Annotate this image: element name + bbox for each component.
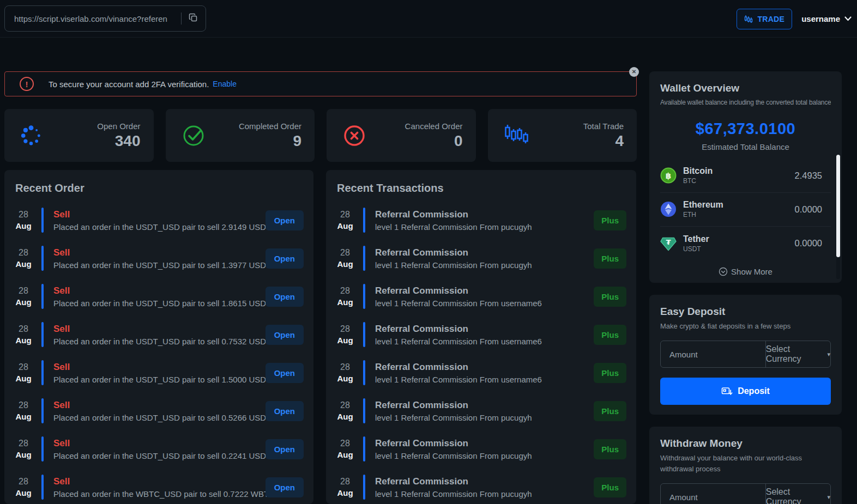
coin-row-tether[interactable]: ₮ Tether USDT 0.0000: [660, 227, 831, 260]
accent-bar: [363, 208, 365, 233]
transaction-row: 28 Aug Referral Commission level 1 Refer…: [336, 472, 626, 502]
candlestick-icon: [503, 123, 530, 149]
transaction-description: level 1 Referral Commission From pucugyh: [375, 413, 588, 422]
wallet-scrollbar[interactable]: [836, 155, 840, 279]
transaction-date: 28 Aug: [336, 362, 354, 383]
trade-button-label: TRADE: [757, 15, 784, 23]
transaction-month: Aug: [336, 336, 354, 345]
deposit-button[interactable]: Deposit: [660, 378, 831, 405]
wallet-subtitle: Available wallet balance including the c…: [660, 98, 831, 108]
copy-button[interactable]: [188, 12, 199, 25]
close-icon[interactable]: ✕: [629, 67, 639, 77]
withdraw-currency-label: Select Currency: [766, 487, 823, 504]
order-month: Aug: [14, 488, 33, 497]
order-day: 28: [14, 210, 33, 220]
order-description: Placed an order in the USDT_USD pair to …: [53, 413, 260, 422]
withdraw-currency-dropdown[interactable]: Select Currency ▾: [765, 484, 830, 504]
transaction-date: 28 Aug: [336, 210, 354, 230]
transaction-plus-badge: Plus: [594, 439, 626, 459]
order-description: Placed an order in the USDT_USD pair to …: [53, 451, 260, 460]
stat-label: Open Order: [97, 122, 140, 131]
stat-card-canceled-order: Canceled Order 0: [327, 109, 476, 162]
transaction-type: Referral Commission: [375, 286, 588, 296]
accent-bar: [41, 208, 44, 233]
withdraw-subtitle: Withdrawal your balance with our world-c…: [660, 453, 824, 475]
order-date: 28 Aug: [14, 477, 33, 497]
show-more-label: Show More: [731, 267, 772, 276]
order-body: Sell Placed an order in the USDT_USD pai…: [53, 286, 260, 308]
deposit-currency-label: Select Currency: [766, 344, 823, 364]
transaction-body: Referral Commission level 1 Referral Com…: [375, 209, 588, 232]
coin-symbol: ETH: [683, 211, 795, 218]
deposit-button-label: Deposit: [738, 386, 770, 396]
order-date: 28 Aug: [14, 439, 33, 459]
coin-row-ethereum[interactable]: Ethereum ETH 0.0000: [660, 193, 831, 227]
transaction-type: Referral Commission: [375, 362, 588, 373]
order-body: Sell Placed an order in the USDT_USD pai…: [53, 209, 260, 232]
show-more-button[interactable]: Show More: [660, 267, 831, 276]
stat-card-completed-order: Completed Order 9: [166, 109, 315, 162]
order-type: Sell: [53, 362, 260, 373]
bitcoin-icon: ฿: [660, 167, 677, 184]
order-type: Sell: [53, 438, 260, 449]
transaction-plus-badge: Plus: [594, 325, 626, 345]
accent-bar: [41, 475, 44, 500]
coin-row-bitcoin[interactable]: ฿ Bitcoin BTC 2.4935: [660, 159, 831, 193]
wallet-title: Wallet Overview: [660, 82, 831, 94]
wallet-scrollbar-thumb[interactable]: [836, 155, 840, 257]
transaction-day: 28: [336, 248, 354, 258]
accent-bar: [41, 398, 44, 423]
order-status-button[interactable]: Open: [265, 477, 304, 497]
divider: [181, 13, 182, 25]
withdraw-amount-input[interactable]: [661, 484, 765, 504]
referral-url-input[interactable]: [14, 14, 178, 23]
order-status-button[interactable]: Open: [265, 248, 304, 269]
copy-icon: [189, 13, 198, 24]
order-month: Aug: [14, 450, 33, 459]
2fa-alert-banner: ! To secure your account add 2FA verific…: [4, 71, 637, 96]
deposit-currency-dropdown[interactable]: Select Currency ▾: [765, 341, 830, 367]
order-status-button[interactable]: Open: [265, 287, 304, 307]
stat-value: 0: [405, 132, 463, 150]
coin-symbol: BTC: [683, 177, 795, 185]
enable-2fa-link[interactable]: Enable: [213, 80, 237, 88]
order-status-button[interactable]: Open: [265, 401, 304, 421]
order-status-button[interactable]: Open: [265, 439, 304, 459]
stat-value: 4: [583, 132, 624, 150]
accent-bar: [41, 360, 44, 385]
deposit-amount-input[interactable]: [661, 341, 765, 367]
stat-card-open-order: Open Order 340: [4, 109, 154, 162]
alert-message: To secure your account add 2FA verificat…: [49, 80, 209, 89]
easy-deposit-card: Easy Deposit Make crypto & fiat deposits…: [649, 295, 842, 415]
transaction-body: Referral Commission level 1 Referral Com…: [375, 476, 588, 499]
user-menu[interactable]: username: [801, 14, 852, 23]
transaction-date: 28 Aug: [336, 286, 354, 307]
transaction-description: level 1 Referral Commission From pucugyh: [375, 451, 588, 460]
svg-text:฿: ฿: [666, 171, 671, 181]
trade-button[interactable]: TRADE: [737, 9, 792, 29]
coin-name: Ethereum: [683, 200, 795, 210]
order-status-button[interactable]: Open: [265, 210, 304, 230]
transaction-date: 28 Aug: [336, 400, 354, 421]
coin-list: ฿ Bitcoin BTC 2.4935 Ethereum ETH 0.0: [660, 159, 831, 260]
order-type: Sell: [53, 400, 260, 411]
order-status-button[interactable]: Open: [265, 363, 304, 383]
order-type: Sell: [53, 247, 260, 258]
recent-order-list: 28 Aug Sell Placed an order in the USDT_…: [14, 205, 304, 502]
transaction-plus-badge: Plus: [594, 401, 626, 421]
stat-label: Completed Order: [239, 122, 301, 131]
topbar: TRADE username: [0, 0, 857, 38]
order-row: 28 Aug Sell Placed an order in the USDT_…: [14, 320, 304, 349]
stat-label: Total Trade: [583, 122, 624, 131]
transaction-body: Referral Commission level 1 Referral Com…: [375, 438, 588, 460]
transaction-month: Aug: [336, 259, 354, 269]
transaction-day: 28: [336, 439, 354, 448]
accent-bar: [363, 322, 365, 347]
recent-transactions-list: 28 Aug Referral Commission level 1 Refer…: [336, 205, 626, 502]
chevron-down-icon: ▾: [827, 494, 830, 501]
transaction-row: 28 Aug Referral Commission level 1 Refer…: [336, 244, 626, 273]
stat-value: 9: [239, 132, 301, 150]
order-status-button[interactable]: Open: [265, 325, 304, 345]
transaction-plus-badge: Plus: [594, 210, 626, 230]
chevron-down-icon: ▾: [827, 351, 830, 358]
